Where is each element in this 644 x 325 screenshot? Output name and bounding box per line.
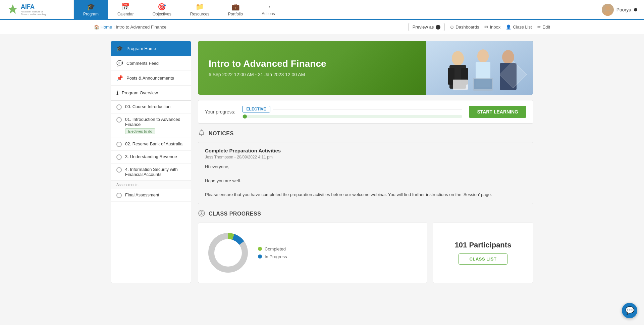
progress-indicator [243, 114, 247, 119]
class-list-button[interactable]: CLASS LIST [459, 253, 508, 265]
class-list-label: Class List [513, 25, 532, 30]
progress-bar [242, 115, 463, 118]
module-04-label: 4. Information Security with Financial A… [125, 167, 185, 177]
svg-point-22 [201, 213, 202, 214]
hero-banner: Intro to Advanced Finance 6 Sep 2022 12:… [198, 41, 533, 95]
notice-body-1: Hi everyone, Hope you are well. Please e… [205, 164, 526, 198]
sidebar-label-program-home: Program Home [126, 46, 156, 51]
radio-module-01[interactable] [116, 117, 122, 123]
edit-icon: ✏ [537, 25, 541, 30]
svg-marker-0 [8, 4, 17, 14]
donut-card: Completed In Progress [198, 223, 427, 283]
module-03-label: 3. Understanding Revenue [125, 154, 177, 159]
hero-dates: 6 Sep 2022 12:00 AM - 31 Jan 2023 12:00 … [209, 72, 415, 77]
donut-chart [206, 231, 250, 275]
resources-icon: 📁 [196, 3, 204, 11]
sidebar-item-posts[interactable]: 📌 Posts & Announcements [111, 71, 191, 86]
sidebar-module-02[interactable]: 02. Reserve Bank of Australia [111, 138, 191, 151]
start-learning-button[interactable]: START LEARNING [469, 106, 526, 118]
nav-item-portfolio[interactable]: 💼 Portfolio [219, 0, 252, 20]
participants-card: 101 Participants CLASS LIST [433, 223, 533, 283]
sidebar-module-03[interactable]: 3. Understanding Revenue [111, 151, 191, 164]
class-progress-header: CLASS PROGRESS [198, 210, 533, 219]
radio-module-02[interactable] [116, 142, 122, 147]
sidebar-item-comments-feed[interactable]: 💬 Comments Feed [111, 56, 191, 71]
nav-label-program: Program [83, 12, 99, 16]
electives-badge: Electives to do [125, 128, 155, 134]
nav-item-calendar[interactable]: 📅 Calendar [108, 0, 143, 20]
sidebar-label-posts: Posts & Announcements [126, 76, 174, 81]
dashboards-link[interactable]: ⊙ Dashboards [450, 25, 479, 30]
nav-item-program[interactable]: 🎓 Program [74, 0, 108, 20]
breadcrumb: 🏠 Home : Intro to Advanced Finance [94, 25, 166, 30]
notice-title-1: Complete Preparation Activities [205, 148, 526, 153]
program-home-icon: 🎓 [116, 45, 123, 52]
notices-icon [198, 129, 205, 138]
objectives-icon: 🎯 [158, 3, 166, 11]
class-progress-section: CLASS PROGRESS [198, 210, 533, 283]
chart-legend: Completed In Progress [258, 246, 287, 259]
calendar-icon: 📅 [121, 3, 130, 11]
overview-icon: ℹ [116, 90, 118, 96]
sidebar: 🎓 Program Home 💬 Comments Feed 📌 Posts &… [111, 41, 191, 283]
preview-as-button[interactable]: Preview as [408, 23, 445, 31]
sidebar-final-assessment[interactable]: Final Assessment [111, 189, 191, 202]
notice-card-1: Complete Preparation Activities Jess Tho… [198, 142, 533, 204]
edit-link[interactable]: ✏ Edit [537, 25, 550, 30]
sidebar-module-01[interactable]: 01. Introduction to Advanced Finance Ele… [111, 113, 191, 138]
legend-label-completed: Completed [265, 246, 286, 251]
hero-title: Intro to Advanced Finance [209, 58, 415, 69]
svg-rect-13 [474, 79, 492, 89]
notices-section: NOTICES Complete Preparation Activities … [198, 129, 533, 204]
final-assessment-label: Final Assessment [125, 192, 159, 197]
logo-area: AIFA Australian Institute of Finance and… [0, 0, 74, 19]
sidebar-item-overview[interactable]: ℹ Program Overview [111, 86, 191, 100]
radio-module-04[interactable] [116, 167, 122, 173]
svg-rect-14 [453, 80, 468, 90]
class-progress-grid: Completed In Progress 101 Participants C… [198, 223, 533, 283]
elective-badge: ELECTIVE [242, 106, 271, 112]
class-list-link[interactable]: 👤 Class List [506, 25, 532, 30]
svg-rect-18 [201, 135, 202, 136]
svg-point-4 [452, 51, 464, 66]
hero-image [426, 41, 533, 95]
nav-item-actions[interactable]: → Actions [252, 0, 284, 20]
module-00-label: 00. Course Introduction [125, 104, 170, 109]
legend-item-completed: Completed [258, 246, 287, 251]
sidebar-module-00[interactable]: 00. Course Introduction [111, 101, 191, 113]
radio-module-03[interactable] [116, 154, 122, 160]
breadcrumb-home[interactable]: Home [101, 25, 112, 30]
svg-point-26 [215, 240, 241, 266]
breadcrumb-icon: 🏠 [94, 25, 99, 30]
sidebar-item-program-home[interactable]: 🎓 Program Home [111, 41, 191, 56]
top-nav: AIFA Australian Institute of Finance and… [0, 0, 644, 20]
nav-item-resources[interactable]: 📁 Resources [181, 0, 219, 20]
inbox-icon: ✉ [484, 25, 488, 30]
preview-as-label: Preview as [413, 25, 434, 30]
svg-point-19 [201, 130, 202, 131]
notices-header: NOTICES [198, 129, 533, 138]
elective-line [273, 109, 462, 109]
breadcrumb-bar: 🏠 Home : Intro to Advanced Finance Previ… [0, 20, 644, 34]
main-layout: 🎓 Program Home 💬 Comments Feed 📌 Posts &… [104, 41, 540, 283]
nav-item-objectives[interactable]: 🎯 Objectives [143, 0, 181, 20]
user-area[interactable]: Poorya [595, 0, 644, 19]
participants-count: 101 Participants [455, 241, 512, 249]
sidebar-module-04[interactable]: 4. Information Security with Financial A… [111, 164, 191, 181]
edit-label: Edit [543, 25, 550, 30]
radio-final-assessment[interactable] [116, 193, 122, 198]
nav-label-objectives: Objectives [153, 12, 171, 16]
radio-module-00[interactable] [116, 104, 122, 110]
progress-label: Your progress: [205, 109, 235, 114]
class-list-icon: 👤 [506, 25, 511, 30]
dashboards-icon: ⊙ [450, 25, 454, 30]
progress-bar-container: ELECTIVE [242, 106, 463, 118]
legend-item-in-progress: In Progress [258, 254, 287, 259]
logo-full: Australian Institute of Finance and Acco… [21, 10, 51, 15]
notice-meta-1: Jess Thompson - 20/09/2022 4:11 pm [205, 155, 526, 159]
comments-icon: 💬 [116, 60, 123, 66]
dashboards-label: Dashboards [455, 25, 479, 30]
nav-label-actions: Actions [262, 11, 275, 16]
inbox-link[interactable]: ✉ Inbox [484, 25, 500, 30]
hero-text: Intro to Advanced Finance 6 Sep 2022 12:… [198, 50, 426, 85]
